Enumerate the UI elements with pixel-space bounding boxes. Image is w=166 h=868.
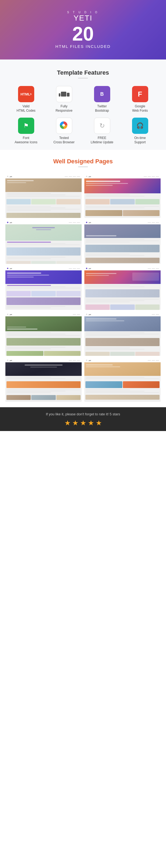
responsive-icon [56,86,72,102]
feature-google: F GoogleWeb Fonts [122,86,158,113]
feature-support-label: On-timeSupport [134,136,146,145]
page-thumb-3: yeti [5,221,82,264]
star-4: ★ [88,419,94,427]
feature-bootstrap: B TwitterBootstrap [84,86,120,113]
google-icon: F [132,86,148,102]
hero-subtitle: HTML FILES INCLUDED [55,44,111,49]
feature-responsive: FullyResponsive [46,86,82,113]
pages-divider [78,166,88,167]
pages-section: Well Designed Pages yeti [0,150,166,407]
feature-fontawesome: ⚑ FontAwesome Icons [8,118,44,145]
features-title: Template Features [5,69,161,76]
feature-update-label: FREELifetime Update [90,136,113,145]
fontawesome-icon: ⚑ [18,118,34,134]
star-3: ★ [80,419,86,427]
feature-html: HTML5 ValidHTML Codes [8,86,44,113]
footer-text: If you like it, please don't forget to r… [5,412,161,416]
page-thumb-6: yeti [84,267,161,310]
features-divider [78,78,88,79]
footer: If you like it, please don't forget to r… [0,407,166,431]
hero-number: 20 [55,24,111,43]
feature-browser-label: TestedCross Browser [53,136,75,145]
page-thumb-9: yeti [5,359,82,402]
feature-google-label: GoogleWeb Fonts [132,104,148,113]
page-thumb-10: yeti [84,359,161,402]
hero-logo-text: Yeti [55,14,111,23]
feature-support: 🎧 On-timeSupport [122,118,158,145]
bootstrap-icon: B [94,86,110,102]
feature-html-label: ValidHTML Codes [16,104,35,113]
page-thumb-2: yeti [84,175,161,218]
page-thumb-7: yeti [5,313,82,356]
feature-update: ↻ FREELifetime Update [84,118,120,145]
hero-logo-sub: S T U D I O [55,11,111,14]
html-icon: HTML5 [18,86,34,102]
page-thumb-1: yeti [5,175,82,218]
feature-fontawesome-label: FontAwesome Icons [14,136,37,145]
browser-icon [56,118,72,134]
hero-logo: S T U D I O Yeti [55,11,111,23]
pages-grid: yeti [5,175,161,402]
stars-container: ★ ★ ★ ★ ★ [5,419,161,427]
star-2: ★ [72,419,78,427]
feature-browser: TestedCross Browser [46,118,82,145]
feature-bootstrap-label: TwitterBootstrap [95,104,109,113]
page-thumb-4: yeti [84,221,161,264]
feature-responsive-label: FullyResponsive [55,104,73,113]
update-icon: ↻ [94,118,110,134]
hero-section: S T U D I O Yeti 20 HTML FILES INCLUDED [0,0,166,60]
page-thumb-5: yeti [5,267,82,310]
support-icon: 🎧 [132,118,148,134]
page-thumb-8: yeti [84,313,161,356]
pages-title: Well Designed Pages [5,158,161,165]
features-section: Template Features HTML5 ValidHTML Codes … [0,60,166,150]
star-5: ★ [96,419,102,427]
star-1: ★ [65,419,71,427]
features-grid: HTML5 ValidHTML Codes FullyResponsive B … [5,86,161,145]
